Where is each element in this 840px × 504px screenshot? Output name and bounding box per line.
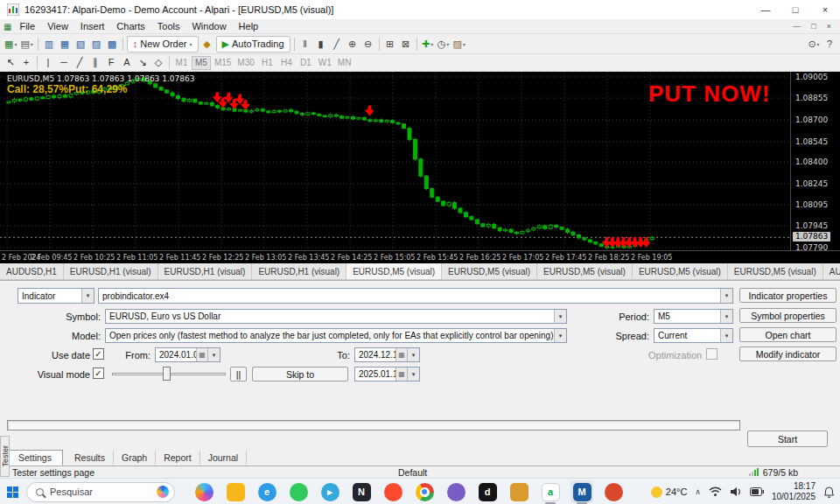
skip-date-picker[interactable]: 2025.01.10 — [354, 367, 420, 382]
timeframe-m15[interactable]: M15 — [212, 56, 234, 70]
chart-tab[interactable]: AUDUSD,H1 — [0, 263, 64, 279]
use-date-checkbox[interactable] — [93, 348, 104, 360]
app-alpari[interactable]: a — [539, 480, 562, 503]
tester-tab-graph[interactable]: Graph — [114, 451, 156, 465]
symbol-properties-button[interactable]: Symbol properties — [739, 308, 836, 323]
chart-tab[interactable]: EURUSD,H1 (visual) — [64, 263, 158, 279]
app-mt4[interactable]: M — [570, 480, 593, 503]
app-viber[interactable] — [444, 480, 467, 503]
menu-view[interactable]: View — [41, 21, 74, 32]
chart-area[interactable]: EURUSD,M5 1.07863 1.07863 1.07863 1.0786… — [0, 72, 840, 263]
pause-button[interactable]: || — [230, 367, 247, 382]
zoom-out-icon[interactable]: ⊖ — [360, 36, 376, 52]
chart-tab[interactable]: EURUSD,H1 (visual) — [252, 263, 346, 279]
to-date-picker[interactable]: 2024.12.16 — [354, 347, 420, 362]
chevron-down-icon[interactable] — [554, 329, 566, 342]
copilot[interactable] — [192, 480, 215, 503]
chart-tab[interactable]: EURUSD,M5 (visual) — [537, 263, 633, 279]
data-window-icon[interactable]: ▦ — [57, 36, 73, 52]
channel-icon[interactable]: ∥ — [88, 55, 103, 71]
cascade-windows-icon[interactable]: ⊠ — [398, 36, 414, 52]
app-notion[interactable]: N — [350, 480, 373, 503]
timeframe-m30[interactable]: M30 — [234, 56, 256, 70]
taskbar-clock[interactable]: 18:17 10/01/2025 — [772, 481, 816, 503]
notifications-bell-icon[interactable] — [823, 486, 835, 498]
timeframe-h4[interactable]: H4 — [277, 56, 296, 70]
chart-tab[interactable]: EURUSD,M5 (visual) — [442, 263, 537, 279]
menu-help[interactable]: Help — [233, 21, 265, 32]
timeframe-h1[interactable]: H1 — [258, 56, 276, 70]
start-button[interactable]: Start — [747, 430, 828, 447]
trendline-icon[interactable]: ╱ — [72, 55, 88, 71]
navigator-icon[interactable]: ▧ — [73, 36, 88, 52]
zoom-in-icon[interactable]: ⊕ — [345, 36, 360, 52]
chevron-down-icon[interactable] — [407, 368, 419, 381]
app-edge[interactable]: e — [256, 480, 278, 503]
indicators-icon[interactable]: ✚▾ — [420, 36, 436, 52]
calendar-icon[interactable] — [396, 348, 407, 361]
timeframe-mn[interactable]: MN — [335, 56, 354, 70]
minimize-icon[interactable]: — — [751, 0, 780, 19]
wifi-icon[interactable] — [709, 486, 722, 497]
menu-file[interactable]: File — [13, 21, 41, 32]
new-order-button[interactable]: ↕New Order▾ — [127, 36, 199, 52]
help-icon[interactable]: ? — [822, 36, 837, 52]
fibonacci-icon[interactable]: F — [103, 55, 119, 71]
tester-tab-results[interactable]: Results — [66, 451, 114, 465]
menu-window[interactable]: Window — [186, 21, 232, 32]
chart-tab[interactable]: EURUSD,M5 (visual) — [346, 263, 442, 279]
skip-to-button[interactable]: Skip to — [252, 367, 348, 382]
line-chart-icon[interactable]: ╱ — [329, 36, 345, 52]
tester-side-tab[interactable]: Tester — [0, 436, 10, 477]
chevron-down-icon[interactable] — [407, 348, 419, 361]
chevron-down-icon[interactable] — [81, 289, 94, 303]
visual-mode-checkbox[interactable] — [93, 368, 104, 379]
calendar-icon[interactable] — [396, 368, 407, 381]
app-daily[interactable]: d — [476, 480, 499, 503]
menu-charts[interactable]: Charts — [110, 21, 150, 32]
strategy-tester-icon[interactable]: ▩ — [104, 36, 120, 52]
slider-thumb[interactable] — [163, 367, 171, 381]
vertical-line-icon[interactable]: | — [40, 55, 56, 71]
chart-window-icon[interactable] — [4, 21, 11, 32]
market-watch-icon[interactable]: ▥ — [41, 36, 57, 52]
app-player[interactable] — [508, 480, 530, 503]
close-icon[interactable]: × — [810, 0, 840, 19]
menu-tools[interactable]: Tools — [151, 21, 186, 32]
open-chart-button[interactable]: Open chart — [739, 327, 836, 342]
spread-select[interactable]: Current — [654, 328, 733, 343]
from-date-picker[interactable]: 2024.01.01 — [155, 347, 220, 362]
chevron-down-icon[interactable] — [554, 310, 566, 323]
tray-chevron-up-icon[interactable]: ∧ — [695, 487, 701, 496]
start-button[interactable] — [7, 486, 18, 498]
terminal-icon[interactable]: ▨ — [88, 36, 104, 52]
autotrading-button[interactable]: ▶AutoTrading — [216, 36, 290, 52]
timeframe-m5[interactable]: M5 — [192, 56, 211, 70]
chevron-down-icon[interactable] — [720, 289, 732, 303]
candlestick-icon[interactable]: ▮ — [313, 36, 329, 52]
chevron-down-icon[interactable] — [720, 310, 732, 323]
search-icon[interactable]: ⊙▾ — [806, 36, 822, 52]
app-telegram[interactable]: ▸ — [318, 480, 341, 503]
modify-indicator-button[interactable]: Modify indicator — [739, 346, 836, 361]
app-whatsapp[interactable] — [287, 480, 310, 503]
calendar-icon[interactable] — [196, 348, 207, 361]
periods-icon[interactable]: ◷▾ — [436, 36, 452, 52]
app-chrome[interactable] — [413, 480, 436, 503]
battery-icon[interactable] — [750, 487, 764, 496]
visual-speed-slider[interactable] — [112, 367, 226, 382]
model-select[interactable]: Open prices only (fastest method to anal… — [105, 328, 567, 343]
tester-tab-journal[interactable]: Journal — [200, 451, 247, 465]
cursor-icon[interactable]: ↖ — [3, 55, 18, 71]
tester-tab-report[interactable]: Report — [156, 451, 200, 465]
app-firefox[interactable] — [602, 480, 625, 503]
new-chart-icon[interactable]: ▦▾ — [3, 36, 18, 52]
timeframe-d1[interactable]: D1 — [297, 56, 315, 70]
weather-widget[interactable]: 24°C — [651, 486, 688, 498]
child-minimize-icon[interactable]: — — [793, 22, 801, 31]
horizontal-line-icon[interactable]: ─ — [56, 55, 72, 71]
tile-windows-icon[interactable]: ⊞ — [382, 36, 398, 52]
optimization-checkbox[interactable] — [706, 348, 718, 360]
app-brave[interactable] — [382, 480, 404, 503]
period-select[interactable]: M5 — [654, 309, 733, 324]
